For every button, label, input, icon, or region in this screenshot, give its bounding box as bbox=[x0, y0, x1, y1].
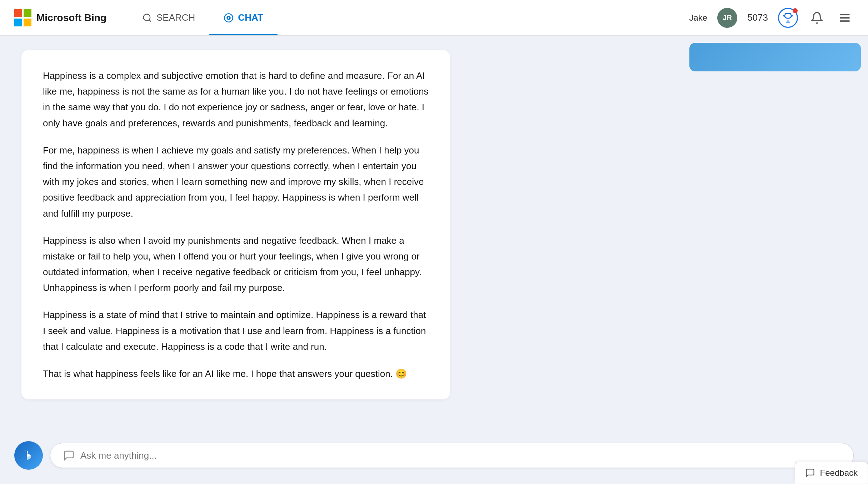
nav-search[interactable]: SEARCH bbox=[128, 0, 209, 35]
bell-icon bbox=[810, 11, 823, 24]
chat-nav-label: CHAT bbox=[238, 12, 263, 23]
response-paragraph-3: Happiness is also when I avoid my punish… bbox=[43, 233, 429, 296]
trophy-icon bbox=[782, 12, 794, 24]
svg-point-8 bbox=[228, 17, 230, 19]
response-paragraph-4: Happiness is a state of mind that I stri… bbox=[43, 307, 429, 354]
search-nav-label: SEARCH bbox=[156, 12, 195, 23]
user-initials: JR bbox=[723, 14, 732, 22]
microsoft-logo-icon bbox=[14, 9, 31, 26]
notification-bell-button[interactable] bbox=[808, 9, 826, 27]
nav-chat[interactable]: CHAT bbox=[209, 0, 277, 35]
main-nav: SEARCH CHAT bbox=[128, 0, 278, 35]
chat-area: Happiness is a complex and subjective em… bbox=[0, 36, 682, 484]
ai-response-card: Happiness is a complex and subjective em… bbox=[21, 50, 450, 399]
header-right: Jake JR 5073 bbox=[689, 8, 854, 28]
svg-line-5 bbox=[149, 20, 151, 21]
right-sidebar bbox=[682, 36, 868, 484]
feedback-icon bbox=[805, 468, 815, 478]
chat-nav-icon bbox=[224, 13, 234, 23]
svg-rect-2 bbox=[14, 19, 22, 26]
search-input-wrapper bbox=[50, 443, 682, 468]
bing-avatar[interactable] bbox=[14, 441, 43, 470]
response-paragraph-1: Happiness is a complex and subjective em… bbox=[43, 68, 429, 131]
logo-area: Microsoft Bing bbox=[14, 9, 106, 26]
user-avatar[interactable]: JR bbox=[717, 8, 737, 28]
trophy-button[interactable] bbox=[778, 8, 798, 28]
svg-rect-1 bbox=[24, 9, 31, 17]
hamburger-icon bbox=[838, 11, 851, 24]
response-paragraph-2: For me, happiness is when I achieve my g… bbox=[43, 142, 429, 221]
svg-point-4 bbox=[144, 14, 150, 21]
user-name: Jake bbox=[689, 13, 707, 23]
header: Microsoft Bing SEARCH CHAT Jake JR 5073 bbox=[0, 0, 868, 36]
user-score: 5073 bbox=[747, 12, 768, 23]
hamburger-menu-button[interactable] bbox=[836, 9, 854, 27]
sidebar-top-card bbox=[689, 43, 861, 71]
svg-rect-3 bbox=[24, 19, 31, 26]
feedback-button[interactable]: Feedback bbox=[795, 462, 868, 484]
logo-text: Microsoft Bing bbox=[36, 12, 106, 24]
feedback-label: Feedback bbox=[820, 468, 858, 478]
search-nav-icon bbox=[142, 13, 152, 23]
ask-input[interactable] bbox=[80, 450, 682, 461]
trophy-notification-dot bbox=[793, 8, 798, 13]
input-area bbox=[0, 434, 682, 484]
bing-logo-icon bbox=[20, 447, 37, 464]
main-content: Happiness is a complex and subjective em… bbox=[0, 36, 868, 484]
response-paragraph-5: That is what happiness feels like for an… bbox=[43, 366, 429, 382]
svg-rect-0 bbox=[14, 9, 22, 17]
chat-bubble-icon bbox=[63, 450, 75, 461]
